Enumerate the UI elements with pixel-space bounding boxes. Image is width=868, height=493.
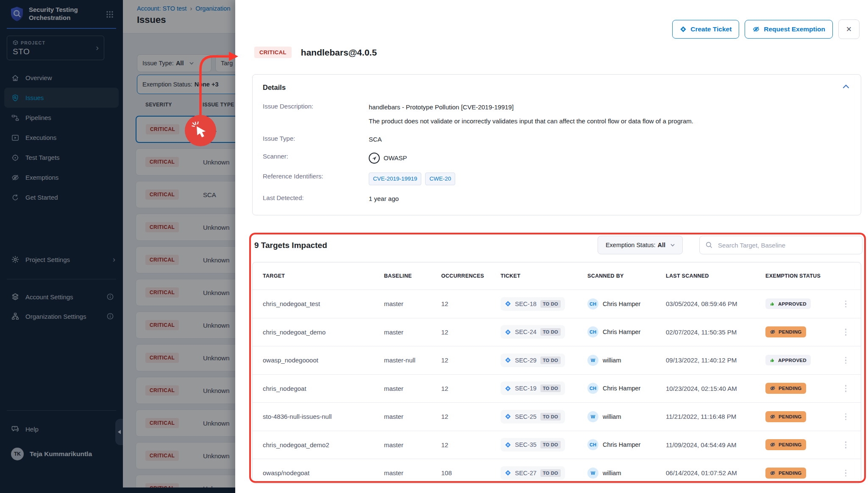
eye-off-icon [770, 385, 776, 391]
request-exemption-button[interactable]: Request Exemption [745, 20, 833, 39]
ticket-pill[interactable]: SEC-35 TO DO [501, 438, 565, 451]
col-target: TARGET [263, 273, 384, 280]
avatar: CH [587, 298, 598, 309]
table-row[interactable]: chris_nodegoat_demo2 master 12 SEC-35 TO… [253, 431, 861, 459]
row-menu-kebab-icon[interactable] [845, 470, 851, 477]
table-row[interactable]: chris_nodegoat_demo master 12 SEC-24 TO … [253, 318, 861, 346]
field-label: Issue Type: [263, 135, 369, 142]
eye-off-icon [770, 470, 776, 476]
table-row[interactable]: owasp/nodegoat master 108 SEC-27 TO DO W… [253, 459, 861, 484]
exemption-status-badge: APPROVED [765, 298, 811, 309]
exemption-status-label: PENDING [779, 386, 802, 391]
row-menu-kebab-icon[interactable] [845, 441, 851, 448]
avatar: W [587, 468, 598, 479]
field-scanner: Scanner: OWASP [263, 153, 851, 164]
targets-table-body: chris_nodegoat_test master 12 SEC-18 TO … [253, 290, 861, 484]
eye-off-icon [752, 25, 760, 33]
field-issue-type: Issue Type: SCA [263, 135, 851, 144]
avatar: W [587, 411, 598, 422]
occurrences-cell: 12 [441, 413, 501, 420]
ticket-status-badge: TO DO [540, 328, 561, 336]
jira-diamond-icon [505, 357, 511, 363]
table-row[interactable]: sto-4836-null-issues-null master 12 SEC-… [253, 402, 861, 431]
create-ticket-button[interactable]: Create Ticket [672, 20, 739, 39]
exemption-status-dropdown[interactable]: Exemption Status:All [598, 236, 683, 254]
ticket-id: SEC-27 [515, 470, 537, 476]
last-scanned-cell: 06/14/2024, 01:07:52 AM [666, 469, 765, 476]
baseline-cell: master [384, 469, 441, 476]
row-menu-kebab-icon[interactable] [845, 329, 851, 336]
target-search[interactable] [699, 236, 862, 254]
ticket-pill[interactable]: SEC-29 TO DO [501, 354, 565, 367]
details-heading: Details [263, 84, 851, 92]
target-cell: sto-4836-null-issues-null [263, 413, 384, 420]
ticket-pill[interactable]: SEC-24 TO DO [501, 325, 565, 339]
last-scanned-cell: 02/07/2024, 11:50:35 PM [666, 329, 765, 336]
table-row[interactable]: owasp_nodegoooot master-null 12 SEC-29 T… [253, 346, 861, 374]
row-menu-kebab-icon[interactable] [845, 301, 851, 308]
col-ticket: TICKET [501, 273, 587, 280]
reference-chip-cve[interactable]: CVE-2019-19919 [369, 173, 421, 185]
occurrences-cell: 12 [441, 357, 501, 364]
button-label: Request Exemption [764, 25, 825, 33]
ticket-id: SEC-24 [515, 329, 537, 335]
exemption-status-badge: PENDING [765, 326, 806, 337]
last-scanned-cell: 11/09/2024, 04:54:49 AM [666, 441, 765, 448]
ticket-status-badge: TO DO [540, 300, 561, 308]
ticket-status-badge: TO DO [540, 384, 561, 392]
last-scanned-cell: 09/13/2022, 11:40:12 PM [666, 357, 765, 364]
panel-actions: Create Ticket Request Exemption × [672, 19, 860, 39]
occurrences-cell: 108 [441, 469, 501, 476]
scanned-by-name: william [603, 470, 621, 476]
target-cell: chris_nodegoat_demo [263, 329, 384, 336]
row-menu-kebab-icon[interactable] [845, 385, 851, 392]
avatar: CH [587, 383, 598, 394]
ticket-pill[interactable]: SEC-25 TO DO [501, 410, 565, 423]
eye-off-icon [770, 329, 776, 335]
dropdown-value: All [658, 242, 666, 248]
scanned-by-name: Chris Hamper [603, 301, 640, 307]
table-row[interactable]: chris_nodegoat_test master 12 SEC-18 TO … [253, 290, 861, 318]
last-detected-value: 1 year ago [369, 194, 851, 203]
col-exemption-status: EXEMPTION STATUS [765, 273, 825, 280]
ticket-status-badge: TO DO [540, 469, 561, 477]
search-input[interactable] [717, 241, 857, 249]
ticket-id: SEC-18 [515, 301, 537, 307]
eye-off-icon [770, 442, 776, 448]
target-cell: chris_nodegoat [263, 385, 384, 392]
baseline-cell: master [384, 413, 441, 420]
last-scanned-cell: 10/23/2024, 02:15:40 AM [666, 385, 765, 392]
row-menu-kebab-icon[interactable] [845, 357, 851, 364]
close-button[interactable]: × [838, 19, 860, 39]
jira-diamond-icon [505, 470, 511, 476]
occurrences-cell: 12 [441, 300, 501, 307]
ticket-pill[interactable]: SEC-27 TO DO [501, 466, 565, 480]
baseline-cell: master [384, 441, 441, 448]
details-card: Details Issue Description: handlebars - … [252, 74, 861, 215]
col-occurrences: OCCURRENCES [441, 273, 501, 280]
col-last-scanned: LAST SCANNED [666, 273, 765, 280]
scanned-by-name: william [603, 413, 621, 420]
baseline-cell: master [384, 300, 441, 307]
exemption-status-badge: PENDING [765, 439, 806, 450]
thumbs-up-icon [770, 301, 775, 306]
field-label: Reference Identifiers: [263, 173, 369, 180]
field-issue-description: Issue Description: handlebars - Prototyp… [263, 103, 851, 126]
exemption-status-badge: PENDING [765, 411, 806, 422]
table-row[interactable]: chris_nodegoat master 12 SEC-19 TO DO CH… [253, 374, 861, 403]
chevron-up-icon[interactable] [842, 84, 850, 89]
issue-title: handlebars@4.0.5 [301, 47, 377, 58]
ticket-pill[interactable]: SEC-19 TO DO [501, 382, 565, 395]
ticket-pill[interactable]: SEC-18 TO DO [501, 297, 565, 311]
jira-diamond-icon [680, 26, 687, 33]
row-menu-kebab-icon[interactable] [845, 413, 851, 421]
baseline-cell: master [384, 329, 441, 336]
field-label: Issue Description: [263, 103, 369, 110]
occurrences-cell: 12 [441, 329, 501, 336]
issue-description-title: handlebars - Prototype Pollution [CVE-20… [369, 103, 851, 112]
reference-chip-cwe[interactable]: CWE-20 [425, 173, 455, 185]
last-scanned-cell: 11/21/2022, 11:16:48 PM [666, 413, 765, 420]
ticket-status-badge: TO DO [540, 441, 561, 448]
targets-table-header: TARGET BASELINE OCCURRENCES TICKET SCANN… [253, 262, 861, 290]
scanned-by-name: Chris Hamper [603, 441, 640, 448]
